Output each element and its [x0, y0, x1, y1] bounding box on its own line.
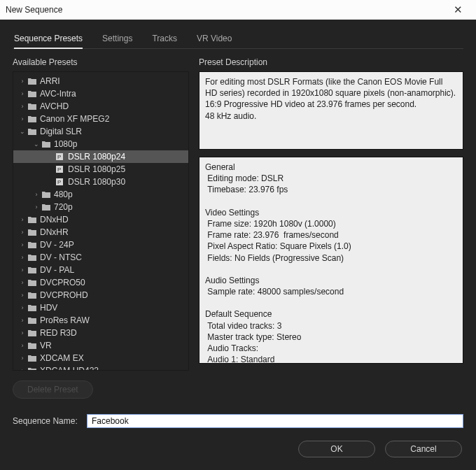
tree-item[interactable]: ›DV - NTSC — [13, 251, 188, 264]
tree-item[interactable]: ›VR — [13, 339, 188, 352]
chevron-right-icon: › — [18, 266, 27, 273]
folder-icon — [27, 115, 37, 123]
tree-item[interactable]: ›AVC-Intra — [13, 87, 188, 100]
titlebar: New Sequence ✕ — [0, 0, 476, 20]
folder-icon — [27, 304, 37, 312]
tree-item-dslr-1080p30[interactable]: PDSLR 1080p30 — [13, 176, 188, 188]
folder-icon — [27, 77, 37, 85]
tree-item[interactable]: ›HDV — [13, 301, 188, 314]
folder-icon — [27, 90, 37, 98]
desc-line: 16:9 Progressive HD video at 23.976 fram… — [205, 99, 457, 110]
tab-settings[interactable]: Settings — [102, 31, 132, 48]
tree-item[interactable]: ›ProRes RAW — [13, 314, 188, 327]
preset-details[interactable]: General Editing mode: DSLR Timebase: 23.… — [199, 157, 463, 364]
ok-button[interactable]: OK — [298, 441, 375, 457]
chevron-right-icon: › — [18, 103, 27, 110]
chevron-right-icon: › — [18, 317, 27, 324]
delete-preset-button: Delete Preset — [13, 380, 93, 399]
tree-item[interactable]: ›DV - 24P — [13, 238, 188, 251]
tree-item-1080p[interactable]: ⌄1080p — [13, 138, 188, 150]
tree-item[interactable]: ›XDCAM EX — [13, 352, 188, 364]
available-presets-label: Available Presets — [13, 57, 189, 67]
folder-icon — [27, 278, 37, 287]
close-icon[interactable]: ✕ — [445, 3, 470, 16]
folder-icon — [27, 253, 37, 262]
chevron-right-icon: › — [18, 355, 27, 362]
tab-sequence-presets[interactable]: Sequence Presets — [14, 31, 83, 49]
folder-icon — [27, 266, 37, 274]
tree-item[interactable]: ›RED R3D — [13, 327, 188, 339]
chevron-right-icon: › — [18, 304, 27, 311]
chevron-right-icon: › — [18, 78, 27, 85]
folder-icon — [27, 329, 37, 337]
chevron-right-icon: › — [18, 254, 27, 261]
tree-item[interactable]: ›ARRI — [13, 75, 188, 87]
tab-tracks[interactable]: Tracks — [152, 31, 177, 48]
tree-item-480p[interactable]: ›480p — [13, 188, 188, 201]
folder-icon — [27, 366, 37, 371]
chevron-right-icon: › — [18, 279, 27, 286]
folder-icon — [27, 215, 37, 224]
chevron-right-icon: › — [18, 367, 27, 371]
chevron-right-icon: › — [18, 329, 27, 336]
tree-item[interactable]: ›DV - PAL — [13, 264, 188, 276]
folder-icon — [27, 127, 37, 136]
chevron-right-icon: › — [18, 216, 27, 223]
svg-text:P: P — [57, 179, 61, 185]
folder-icon — [27, 341, 37, 350]
folder-icon — [27, 354, 37, 362]
tree-item-digital-slr[interactable]: ⌄Digital SLR — [13, 125, 188, 138]
tree-item[interactable]: ›DNxHD — [13, 213, 188, 226]
folder-icon — [41, 203, 51, 211]
folder-icon — [27, 291, 37, 299]
preset-tree[interactable]: ›ARRI ›AVC-Intra ›AVCHD ›Canon XF MPEG2 … — [13, 71, 189, 371]
chevron-down-icon: ⌄ — [31, 141, 41, 148]
desc-line: 48 kHz audio. — [205, 111, 457, 122]
svg-text:P: P — [57, 166, 61, 173]
chevron-right-icon: › — [18, 241, 27, 248]
chevron-right-icon: › — [18, 90, 27, 97]
desc-line: For editing most DSLR Formats (like the … — [205, 76, 457, 99]
sequence-name-label: Sequence Name: — [13, 416, 80, 426]
preset-icon: P — [55, 165, 65, 173]
folder-icon — [27, 316, 37, 325]
tab-bar: Sequence Presets Settings Tracks VR Vide… — [13, 31, 463, 49]
preset-icon: P — [55, 152, 65, 161]
tree-item-720p[interactable]: ›720p — [13, 201, 188, 213]
chevron-right-icon: › — [18, 115, 27, 122]
window-title: New Sequence — [6, 5, 62, 15]
chevron-right-icon: › — [18, 342, 27, 349]
tree-item[interactable]: ›XDCAM HD422 — [13, 364, 188, 371]
tree-item[interactable]: ›AVCHD — [13, 100, 188, 113]
tab-vr-video[interactable]: VR Video — [197, 31, 232, 48]
tree-item[interactable]: ›DNxHR — [13, 226, 188, 238]
tree-item[interactable]: ›DVCPROHD — [13, 289, 188, 301]
tree-item-dslr-1080p24[interactable]: PDSLR 1080p24 — [13, 150, 188, 163]
preset-icon: P — [55, 178, 65, 186]
chevron-right-icon: › — [31, 191, 41, 198]
chevron-right-icon: › — [31, 204, 41, 211]
chevron-right-icon: › — [18, 229, 27, 236]
cancel-button[interactable]: Cancel — [385, 441, 462, 457]
folder-icon — [27, 228, 37, 236]
sequence-name-input[interactable] — [87, 414, 463, 428]
folder-icon — [41, 140, 51, 148]
svg-text:P: P — [57, 154, 61, 160]
tree-item[interactable]: ›DVCPRO50 — [13, 276, 188, 289]
chevron-down-icon: ⌄ — [18, 128, 27, 135]
folder-icon — [27, 241, 37, 249]
tree-item[interactable]: ›Canon XF MPEG2 — [13, 113, 188, 125]
chevron-right-icon: › — [18, 292, 27, 299]
tree-item-dslr-1080p25[interactable]: PDSLR 1080p25 — [13, 163, 188, 176]
folder-icon — [41, 190, 51, 199]
folder-icon — [27, 102, 37, 111]
preset-description-label: Preset Description — [199, 57, 463, 67]
preset-description[interactable]: For editing most DSLR Formats (like the … — [199, 71, 463, 150]
